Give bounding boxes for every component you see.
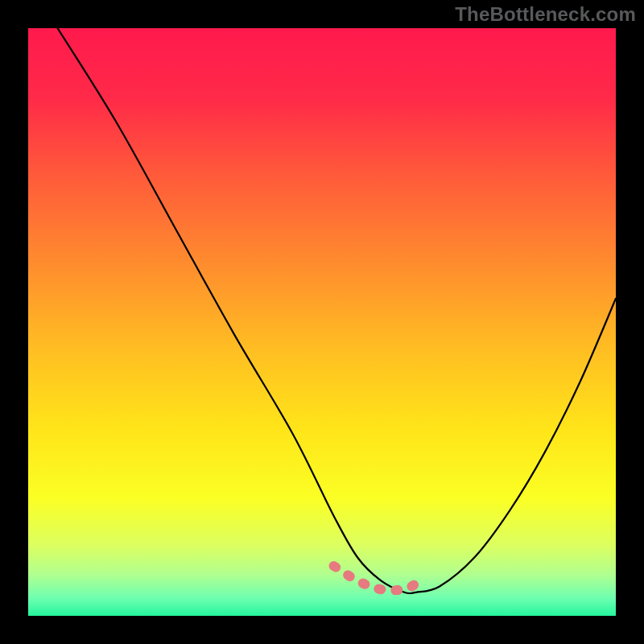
gradient-background bbox=[28, 28, 616, 616]
watermark-text: TheBottleneck.com bbox=[455, 3, 636, 26]
bottleneck-chart bbox=[0, 0, 644, 644]
chart-frame: TheBottleneck.com bbox=[0, 0, 644, 644]
